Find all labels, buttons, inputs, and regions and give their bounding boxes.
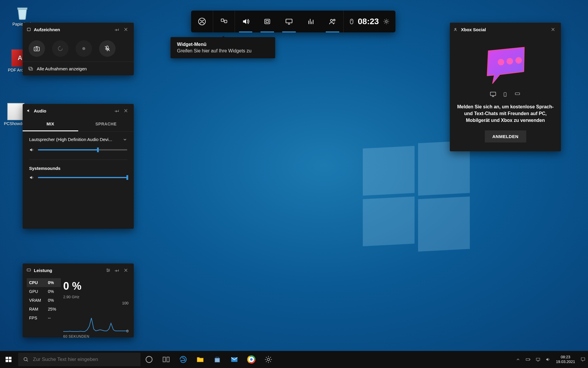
widget-menu-button[interactable] xyxy=(213,11,235,32)
social-description: Melden Sie sich an, um kostenlose Sprach… xyxy=(456,103,554,124)
perf-metrics-list: CPU0% GPU0% VRAM0% RAM25% FPS-- xyxy=(23,277,61,333)
store-button[interactable] xyxy=(209,351,226,368)
volume-icon[interactable] xyxy=(29,147,34,152)
svg-rect-1 xyxy=(221,19,224,21)
volume-icon[interactable] xyxy=(29,175,34,180)
store-icon xyxy=(213,355,221,364)
svg-point-7 xyxy=(333,19,335,21)
svg-rect-16 xyxy=(29,68,33,70)
tab-voice[interactable]: SPRACHE xyxy=(78,117,134,131)
tooltip-body: Greifen Sie hier auf Ihre Widgets zu xyxy=(177,48,269,54)
perf-row-ram[interactable]: RAM25% xyxy=(27,305,61,314)
record-button[interactable] xyxy=(76,40,92,57)
close-button[interactable] xyxy=(121,266,130,275)
chat-illustration xyxy=(480,45,530,86)
tray-expand[interactable] xyxy=(513,351,523,368)
svg-point-22 xyxy=(498,59,504,65)
record-last-button[interactable] xyxy=(52,40,69,57)
close-icon xyxy=(123,268,128,273)
performance-button[interactable] xyxy=(278,11,300,32)
perf-row-fps[interactable]: FPS-- xyxy=(27,314,61,322)
tray-volume[interactable] xyxy=(543,351,553,368)
perf-row-gpu[interactable]: GPU0% xyxy=(27,287,61,296)
pin-button[interactable] xyxy=(113,266,121,275)
mic-toggle-button[interactable] xyxy=(99,40,116,57)
taskbar: 08:23 19.03.2021 xyxy=(0,351,588,368)
toolbar-clock-area: 08:23 xyxy=(343,11,395,32)
chevron-down-icon xyxy=(123,137,127,142)
pin-button[interactable] xyxy=(113,106,121,115)
tray-action-center[interactable] xyxy=(578,351,588,368)
close-icon xyxy=(123,27,128,32)
audio-button[interactable] xyxy=(235,11,256,32)
close-button[interactable] xyxy=(549,25,557,34)
gamebar-toolbar: 08:23 xyxy=(191,11,395,32)
speaker-icon xyxy=(242,17,250,26)
gear-icon xyxy=(383,18,390,25)
svg-rect-35 xyxy=(163,357,166,362)
mobile-icon xyxy=(503,91,507,98)
perf-row-cpu[interactable]: CPU0% xyxy=(27,278,61,287)
search-icon xyxy=(23,357,29,362)
output-device-selector[interactable]: Lautsprecher (High Definition Audio Devi… xyxy=(29,137,127,143)
pin-button[interactable] xyxy=(113,25,121,34)
performance-header-icon xyxy=(26,268,31,273)
svg-rect-31 xyxy=(6,360,8,362)
screenshot-button[interactable] xyxy=(29,40,45,57)
xbox-icon xyxy=(198,17,206,26)
windows-icon xyxy=(5,356,12,363)
search-box[interactable] xyxy=(18,353,141,366)
perf-big-percent: 0 % xyxy=(63,280,128,292)
record-icon xyxy=(80,45,87,52)
folder-icon xyxy=(196,355,204,364)
xbox-button[interactable] xyxy=(191,11,213,32)
system-volume-slider[interactable] xyxy=(38,177,127,178)
show-all-captures[interactable]: Alle Aufnahmen anzeigen xyxy=(23,62,134,75)
svg-point-21 xyxy=(455,28,456,29)
task-view-button[interactable] xyxy=(141,351,158,368)
search-input[interactable] xyxy=(33,357,136,362)
svg-rect-28 xyxy=(515,93,520,95)
timeline-button[interactable] xyxy=(158,351,175,368)
document-icon xyxy=(7,103,24,120)
capture-button[interactable] xyxy=(256,11,278,32)
perf-row-vram[interactable]: VRAM0% xyxy=(27,296,61,305)
close-button[interactable] xyxy=(121,25,130,34)
device-volume-slider[interactable] xyxy=(38,149,127,150)
tray-network[interactable] xyxy=(533,351,543,368)
system-tray: 08:23 19.03.2021 xyxy=(513,351,588,368)
social-button[interactable] xyxy=(322,11,343,32)
mail-button[interactable] xyxy=(226,351,243,368)
settings-button[interactable] xyxy=(260,351,277,368)
svg-point-9 xyxy=(385,21,387,22)
start-button[interactable] xyxy=(0,351,17,368)
mic-off-icon xyxy=(104,45,111,52)
signin-button[interactable]: ANMELDEN xyxy=(485,130,526,142)
chrome-button[interactable] xyxy=(243,351,260,368)
tray-power[interactable] xyxy=(523,351,533,368)
monitor-icon xyxy=(285,17,293,26)
explorer-button[interactable] xyxy=(192,351,209,368)
chevron-up-icon xyxy=(516,357,520,362)
social-header-icon xyxy=(453,27,459,32)
audio-title: Audio xyxy=(34,108,113,113)
svg-rect-8 xyxy=(350,19,353,24)
speaker-icon xyxy=(545,357,551,362)
mail-icon xyxy=(230,355,238,364)
close-button[interactable] xyxy=(121,106,130,115)
svg-rect-15 xyxy=(29,67,32,69)
cortana-icon xyxy=(145,355,153,364)
svg-rect-30 xyxy=(9,357,11,359)
perf-options-button[interactable] xyxy=(104,266,113,275)
resources-button[interactable] xyxy=(300,11,322,32)
audio-panel: Audio MIX SPRACHE Lautsprecher (High Def… xyxy=(23,104,134,229)
close-icon xyxy=(123,108,128,113)
windows-logo xyxy=(363,142,470,249)
svg-point-0 xyxy=(198,18,205,25)
settings-button[interactable] xyxy=(382,17,391,26)
tab-mix[interactable]: MIX xyxy=(23,117,78,131)
edge-button[interactable] xyxy=(175,351,192,368)
gallery-icon xyxy=(28,66,33,71)
tray-datetime[interactable]: 08:23 19.03.2021 xyxy=(553,355,578,364)
close-icon xyxy=(551,27,555,32)
